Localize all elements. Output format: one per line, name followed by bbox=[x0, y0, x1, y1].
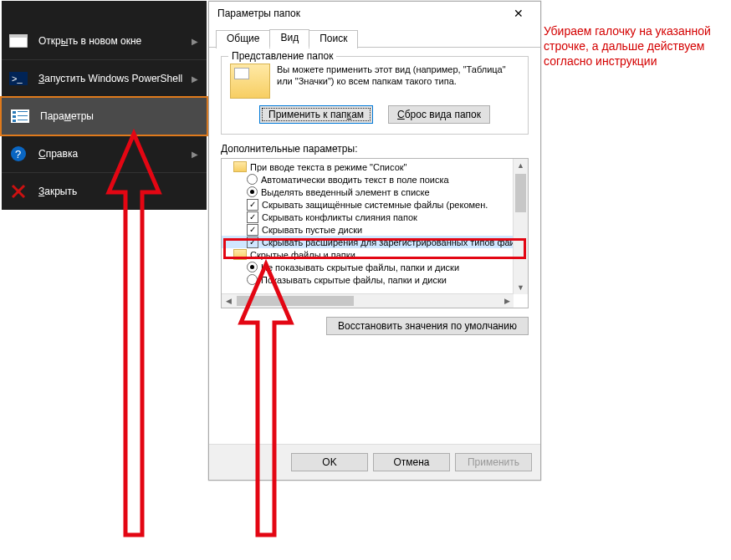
svg-marker-15 bbox=[109, 134, 159, 535]
folder-large-icon bbox=[230, 64, 270, 99]
group-text: Вы можете применить этот вид (например, … bbox=[277, 64, 519, 99]
tree-option[interactable]: ✓Скрывать пустые диски bbox=[222, 223, 514, 236]
chevron-right-icon: ▶ bbox=[192, 37, 198, 46]
btn-label: Восстановить значения по умолчанию bbox=[338, 320, 517, 332]
tree-group: Скрытые файлы и папки bbox=[222, 248, 514, 261]
chevron-right-icon: ▶ bbox=[192, 74, 198, 84]
tab-label: Вид bbox=[280, 32, 299, 43]
close-icon bbox=[8, 183, 28, 200]
svg-rect-7 bbox=[13, 115, 16, 118]
dialog-title: Параметры папок bbox=[217, 8, 300, 19]
tab-label: Общие bbox=[227, 33, 259, 44]
tree-option[interactable]: ✓Скрывать защищённые системные файлы (ре… bbox=[222, 198, 514, 211]
menu-label: Параметры bbox=[40, 110, 94, 122]
apply-button[interactable]: Применить bbox=[455, 453, 532, 471]
scroll-up-icon[interactable]: ▲ bbox=[514, 159, 528, 172]
svg-rect-1 bbox=[9, 34, 28, 38]
advanced-label: Дополнительные параметры: bbox=[221, 143, 529, 155]
ok-button[interactable]: OK bbox=[291, 453, 368, 471]
svg-rect-9 bbox=[13, 120, 16, 122]
svg-marker-16 bbox=[241, 264, 291, 535]
btn-label: OK bbox=[322, 456, 336, 468]
tree-option-label: Выделять введенный элемент в списке bbox=[261, 187, 430, 197]
tab-search[interactable]: Поиск bbox=[309, 30, 358, 48]
svg-text:>_: >_ bbox=[12, 74, 23, 84]
checkbox-icon[interactable]: ✓ bbox=[247, 237, 258, 248]
restore-defaults-button[interactable]: Восстановить значения по умолчанию bbox=[326, 317, 529, 335]
tree-option-label: Скрывать конфликты слияния папок bbox=[262, 212, 417, 222]
chevron-right-icon: ▶ bbox=[192, 150, 198, 159]
menu-label: Запустить Windows PowerShell bbox=[38, 73, 182, 84]
scroll-right-icon[interactable]: ▶ bbox=[500, 294, 514, 308]
annotation-text: Убираем галочку на указанной строчке, а … bbox=[544, 23, 719, 69]
menu-open-new-window[interactable]: Открыть в новом окне ▶ bbox=[2, 23, 207, 59]
btn-label: Применить bbox=[468, 456, 519, 468]
tree-option[interactable]: Автоматически вводить текст в поле поиск… bbox=[222, 173, 514, 186]
cancel-button[interactable]: Отмена bbox=[373, 453, 450, 471]
svg-rect-6 bbox=[18, 111, 28, 112]
dialog-close-button[interactable]: ✕ bbox=[502, 2, 535, 25]
help-icon: ? bbox=[8, 145, 28, 162]
tree-option-label: Скрытые файлы и папки bbox=[250, 250, 355, 260]
checkbox-icon[interactable]: ✓ bbox=[247, 211, 258, 223]
tree-option-label: Автоматически вводить текст в поле поиск… bbox=[261, 175, 449, 185]
tabstrip: Общие Вид Поиск bbox=[209, 28, 540, 48]
radio-icon[interactable] bbox=[247, 186, 258, 197]
radio-icon[interactable] bbox=[247, 174, 258, 185]
vertical-scrollbar[interactable]: ▲ ▼ bbox=[513, 159, 528, 294]
tab-label: Поиск bbox=[319, 33, 347, 44]
menu-powershell[interactable]: >_ Запустить Windows PowerShell ▶ bbox=[2, 60, 207, 97]
btn-label: Сброс вида папок bbox=[397, 109, 481, 120]
powershell-icon: >_ bbox=[8, 70, 28, 87]
folder-icon bbox=[233, 161, 247, 172]
menu-label: Открыть в новом окне bbox=[38, 35, 141, 47]
arrow-left bbox=[100, 134, 167, 543]
tree-option-label: Скрывать расширения для зарегистрированн… bbox=[262, 237, 514, 247]
tree-option-label: Скрывать защищённые системные файлы (рек… bbox=[262, 200, 488, 210]
tree-option-label: При вводе текста в режиме "Список" bbox=[250, 162, 406, 172]
options-icon bbox=[10, 108, 30, 125]
tree-group: При вводе текста в режиме "Список" bbox=[222, 160, 514, 173]
menu-label: Закрыть bbox=[38, 186, 77, 197]
apply-to-folders-button[interactable]: Применить к папкам bbox=[259, 105, 373, 124]
menu-label: Справка bbox=[38, 148, 78, 160]
checkbox-icon[interactable]: ✓ bbox=[247, 224, 258, 236]
tab-view[interactable]: Вид bbox=[269, 29, 309, 48]
btn-label: Применить к папкам bbox=[268, 109, 364, 120]
folder-view-group: Представление папок Вы можете применить … bbox=[221, 56, 529, 135]
svg-rect-5 bbox=[13, 111, 16, 114]
svg-rect-8 bbox=[18, 115, 28, 116]
group-legend: Представление папок bbox=[228, 50, 336, 62]
svg-text:?: ? bbox=[15, 148, 21, 160]
scroll-thumb[interactable] bbox=[515, 174, 526, 212]
arrow-right bbox=[233, 264, 299, 543]
svg-rect-10 bbox=[18, 120, 28, 120]
scroll-down-icon[interactable]: ▼ bbox=[514, 281, 528, 294]
menu-options[interactable]: Параметры bbox=[0, 96, 208, 136]
btn-label: Отмена bbox=[393, 456, 429, 468]
tree-option[interactable]: ✓Скрывать конфликты слияния папок bbox=[222, 211, 514, 223]
close-icon: ✕ bbox=[514, 7, 524, 20]
tab-general[interactable]: Общие bbox=[216, 30, 270, 48]
tree-option-label: Скрывать пустые диски bbox=[262, 225, 362, 235]
folder-icon bbox=[233, 249, 247, 260]
dialog-titlebar[interactable]: Параметры папок ✕ bbox=[209, 2, 540, 25]
reset-folders-button[interactable]: Сброс вида папок bbox=[388, 105, 490, 124]
tree-option[interactable]: ✓Скрывать расширения для зарегистрирован… bbox=[222, 236, 514, 248]
checkbox-icon[interactable]: ✓ bbox=[247, 199, 258, 211]
tree-option[interactable]: Выделять введенный элемент в списке bbox=[222, 186, 514, 198]
window-icon bbox=[8, 33, 28, 49]
